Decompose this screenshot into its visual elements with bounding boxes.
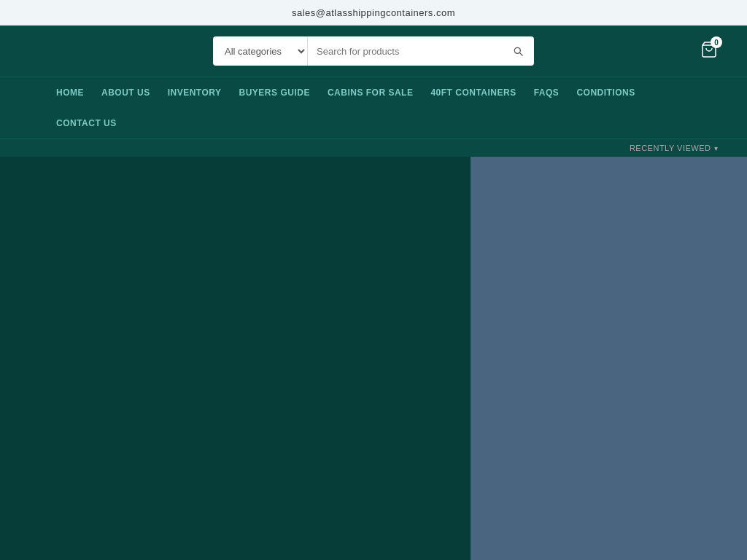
top-bar: sales@atlasshippingcontainers.com [0,0,747,26]
nav-link-contact-us[interactable]: CONTACT US [47,108,125,139]
nav-link-faqs[interactable]: FAQS [525,77,568,108]
nav-link-40ft-containers[interactable]: 40FT CONTAINERS [422,77,525,108]
left-panel [0,157,471,560]
main-nav: HOME ABOUT US INVENTORY BUYERS GUIDE CAB… [0,77,747,139]
search-input[interactable] [308,36,502,66]
search-container: All categories Containers Cabins [213,36,534,66]
nav-link-conditions[interactable]: CONDITIONS [568,77,643,108]
cart-count: 0 [711,36,722,48]
category-select[interactable]: All categories Containers Cabins [213,36,308,66]
main-content [0,157,747,560]
search-button[interactable] [502,36,534,66]
recently-viewed-button[interactable]: RECENTLY VIEWED [630,144,718,152]
nav-link-about-us[interactable]: ABOUT US [93,77,159,108]
nav-item-40ft-containers: 40FT CONTAINERS [422,77,525,108]
nav-list: HOME ABOUT US INVENTORY BUYERS GUIDE CAB… [47,77,718,139]
recently-viewed-bar: RECENTLY VIEWED [0,139,747,157]
nav-link-buyers-guide[interactable]: BUYERS GUIDE [231,77,319,108]
nav-item-conditions: CONDITIONS [568,77,643,108]
nav-item-buyers-guide: BUYERS GUIDE [231,77,319,108]
cart-area: 0 [700,41,718,61]
header: All categories Containers Cabins 0 [0,26,747,77]
nav-link-home[interactable]: HOME [47,77,93,108]
nav-item-about-us: ABOUT US [93,77,159,108]
nav-item-contact-us: CONTACT US [47,108,125,139]
cart-button[interactable]: 0 [700,41,718,61]
nav-item-faqs: FAQS [525,77,568,108]
recently-viewed-label: RECENTLY VIEWED [630,144,711,152]
nav-item-home: HOME [47,77,93,108]
search-icon [512,45,524,57]
nav-item-inventory: INVENTORY [159,77,231,108]
nav-link-inventory[interactable]: INVENTORY [159,77,231,108]
email-link[interactable]: sales@atlasshippingcontainers.com [292,7,455,18]
nav-item-cabins-for-sale: CABINS FOR SALE [319,77,422,108]
right-panel [471,157,747,560]
nav-link-cabins-for-sale[interactable]: CABINS FOR SALE [319,77,422,108]
